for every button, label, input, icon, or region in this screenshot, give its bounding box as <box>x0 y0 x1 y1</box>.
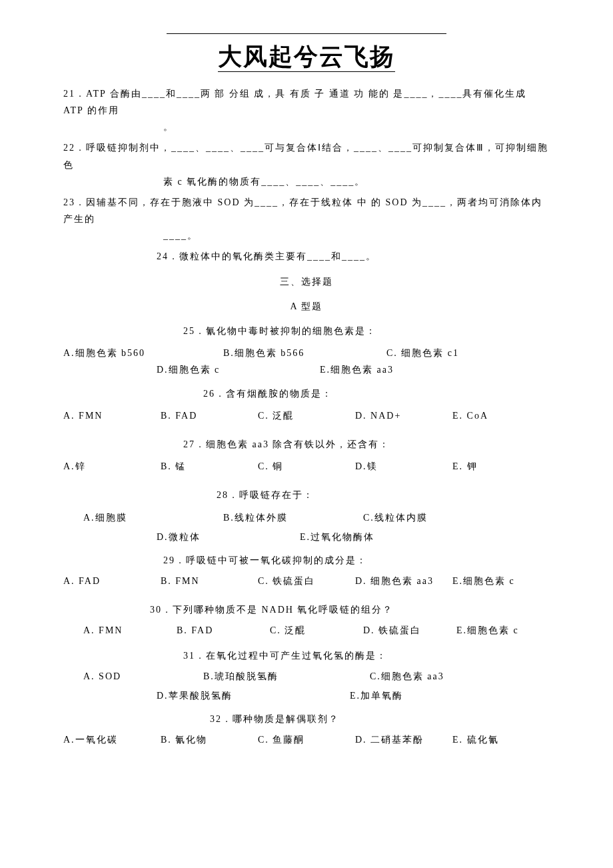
q25-option-b: B.细胞色素 b566 <box>223 345 386 361</box>
q30-option-a: A. FMN <box>83 622 177 639</box>
q26-option-a: A. FMN <box>63 407 161 424</box>
q30-option-d: D. 铁硫蛋白 <box>363 622 456 639</box>
q29-option-a: A. FAD <box>63 573 161 589</box>
q31-option-c: C.细胞色素 aa3 <box>370 668 550 685</box>
q30-option-e: E.细胞色素 c <box>456 622 550 639</box>
q28-option-a: A.细胞膜 <box>83 509 223 526</box>
q31-option-a: A. SOD <box>83 668 203 685</box>
q25-option-e: E.细胞色素 aa3 <box>320 361 550 378</box>
q32-option-d: D. 二硝基苯酚 <box>355 731 452 748</box>
q28-options-row1: A.细胞膜 B.线粒体外膜 C.线粒体内膜 <box>63 509 550 526</box>
q32-option-a: A.一氧化碳 <box>63 731 161 748</box>
q27-option-e: E. 钾 <box>452 458 550 475</box>
q28-option-d: D.微粒体 <box>157 529 300 545</box>
section-3-title: 三、选择题 <box>63 273 550 290</box>
question-24: 24．微粒体中的氧化酶类主要有____和____。 <box>63 248 550 265</box>
q30-option-b: B. FAD <box>177 622 270 639</box>
q29-stem: 29．呼吸链中可被一氧化碳抑制的成分是： <box>63 552 550 569</box>
q32-options: A.一氧化碳 B. 氰化物 C. 鱼藤酮 D. 二硝基苯酚 E. 硫化氰 <box>63 731 550 748</box>
q25-stem: 25．氰化物中毒时被抑制的细胞色素是： <box>63 323 550 339</box>
q25-options-row2: D.细胞色素 c E.细胞色素 aa3 <box>63 361 550 378</box>
header-calligraphy: 大风起兮云飞扬 <box>63 35 550 79</box>
q26-option-b: B. FAD <box>161 407 258 424</box>
q26-option-c: C. 泛醌 <box>258 407 355 424</box>
q25-options-row1: A.细胞色素 b560 B.细胞色素 b566 C. 细胞色素 c1 <box>63 345 550 361</box>
q31-option-e: E.加单氧酶 <box>350 687 550 704</box>
q28-option-b: B.线粒体外膜 <box>223 509 363 526</box>
q27-option-b: B. 锰 <box>161 458 258 475</box>
question-22: 22．呼吸链抑制剂中，____、____、____可与复合体Ⅰ结合，____、_… <box>63 139 550 190</box>
q30-options: A. FMN B. FAD C. 泛醌 D. 铁硫蛋白 E.细胞色素 c <box>63 622 550 639</box>
q28-option-e: E.过氧化物酶体 <box>300 529 550 545</box>
q26-options: A. FMN B. FAD C. 泛醌 D. NAD+ E. CoA <box>63 407 550 424</box>
q26-option-d: D. NAD+ <box>355 407 452 424</box>
q32-option-b: B. 氰化物 <box>161 731 258 748</box>
q27-options: A.锌 B. 锰 C. 铜 D.镁 E. 钾 <box>63 458 550 475</box>
q30-stem: 30．下列哪种物质不是 NADH 氧化呼吸链的组分？ <box>63 601 550 618</box>
question-21: 21．ATP 合酶由____和____两 部 分组 成，具 有质 子 通道 功 … <box>63 85 550 136</box>
q25-option-a: A.细胞色素 b560 <box>63 345 223 361</box>
q25-option-c: C. 细胞色素 c1 <box>386 345 550 361</box>
q32-option-e: E. 硫化氰 <box>452 731 550 748</box>
q29-option-d: D. 细胞色素 aa3 <box>355 573 452 589</box>
q32-option-c: C. 鱼藤酮 <box>258 731 355 748</box>
page-container: 大风起兮云飞扬 21．ATP 合酶由____和____两 部 分组 成，具 有质… <box>0 0 613 801</box>
q31-option-d: D.苹果酸脱氢酶 <box>157 687 350 704</box>
q27-option-d: D.镁 <box>355 458 452 475</box>
question-23: 23．因辅基不同，存在于胞液中 SOD 为____，存在于线粒体 中 的 SOD… <box>63 194 550 245</box>
q27-stem: 27．细胞色素 aa3 除含有铁以外，还含有： <box>63 436 550 453</box>
q30-option-c: C. 泛醌 <box>270 622 363 639</box>
q31-options-row1: A. SOD B.琥珀酸脱氢酶 C.细胞色素 aa3 <box>63 668 550 685</box>
q28-stem: 28．呼吸链存在于： <box>63 487 550 503</box>
q29-option-e: E.细胞色素 c <box>452 573 550 589</box>
q32-stem: 32．哪种物质是解偶联剂？ <box>63 711 550 727</box>
q27-option-a: A.锌 <box>63 458 161 475</box>
q28-options-row2: D.微粒体 E.过氧化物酶体 <box>63 529 550 545</box>
q28-option-c: C.线粒体内膜 <box>363 509 550 526</box>
q29-options: A. FAD B. FMN C. 铁硫蛋白 D. 细胞色素 aa3 E.细胞色素… <box>63 573 550 589</box>
q29-option-b: B. FMN <box>161 573 258 589</box>
section-3-subtype: A 型题 <box>63 298 550 315</box>
q27-option-c: C. 铜 <box>258 458 355 475</box>
q26-stem: 26．含有烟酰胺的物质是： <box>63 385 550 402</box>
q31-option-b: B.琥珀酸脱氢酶 <box>203 668 370 685</box>
q31-options-row2: D.苹果酸脱氢酶 E.加单氧酶 <box>63 687 550 704</box>
q26-option-e: E. CoA <box>452 407 550 424</box>
q25-option-d: D.细胞色素 c <box>157 361 320 378</box>
q29-option-c: C. 铁硫蛋白 <box>258 573 355 589</box>
top-rule <box>167 33 446 34</box>
q31-stem: 31．在氧化过程中可产生过氧化氢的酶是： <box>63 647 550 664</box>
